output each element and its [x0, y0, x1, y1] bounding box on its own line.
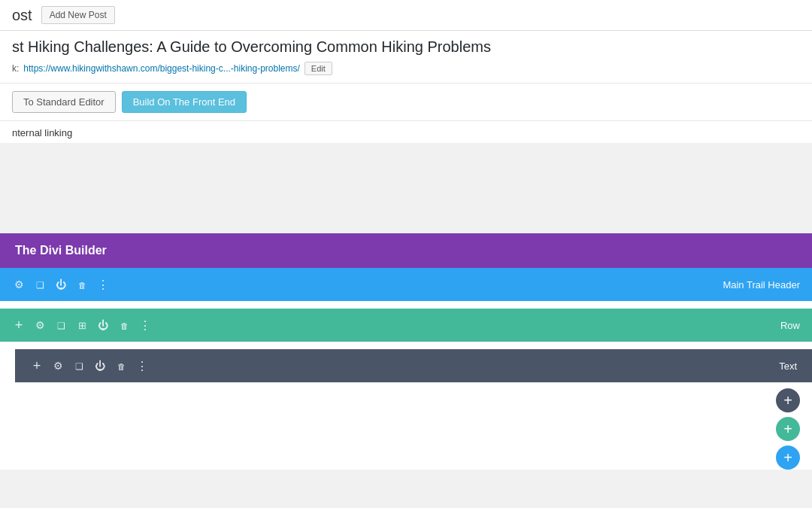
row-more-icon[interactable]	[138, 318, 152, 332]
add-buttons-area: + + +	[0, 382, 812, 470]
module-power-icon[interactable]	[93, 359, 107, 373]
row-row: Row	[0, 309, 812, 342]
row-settings-icon[interactable]	[33, 318, 47, 332]
internal-linking-label: nternal linking	[12, 127, 72, 138]
module-settings-icon[interactable]	[51, 359, 65, 373]
row-power-icon[interactable]	[96, 318, 110, 332]
section-copy-icon[interactable]	[33, 278, 47, 291]
section-settings-icon[interactable]	[12, 278, 26, 291]
post-title: st Hiking Challenges: A Guide to Overcom…	[12, 38, 800, 56]
url-row: k: https://www.hikingwithshawn.com/bigge…	[0, 59, 812, 84]
row-trash-icon[interactable]	[117, 318, 131, 332]
builder-switch-row: To Standard Editor Build On The Front En…	[0, 84, 812, 121]
row-icon-group	[12, 318, 152, 332]
build-front-end-button[interactable]: Build On The Front End	[122, 91, 247, 113]
module-row: Text	[15, 349, 812, 382]
top-bar: ost Add New Post	[0, 0, 812, 31]
row-plus-icon[interactable]	[12, 318, 26, 332]
row-columns-icon[interactable]	[75, 318, 89, 332]
add-row-button[interactable]: +	[776, 417, 800, 441]
module-more-icon[interactable]	[135, 359, 149, 373]
url-edit-button[interactable]: Edit	[304, 62, 332, 75]
section-trash-icon[interactable]	[75, 278, 89, 291]
divi-builder-title: The Divi Builder	[15, 244, 107, 257]
module-label: Text	[779, 360, 797, 372]
internal-linking-row: nternal linking	[0, 121, 812, 143]
module-icon-group	[30, 359, 149, 373]
section-label: Main Trail Header	[723, 279, 800, 291]
add-new-button[interactable]: Add New Post	[41, 6, 115, 24]
add-module-button[interactable]: +	[776, 388, 800, 412]
module-copy-icon[interactable]	[72, 359, 86, 373]
section-more-icon[interactable]	[96, 278, 110, 291]
bottom-spacer	[0, 470, 812, 500]
post-url-link[interactable]: https://www.hikingwithshawn.com/biggest-…	[23, 63, 299, 74]
row-label: Row	[780, 320, 800, 331]
builder-area: Main Trail Header Row Text + + +	[0, 268, 812, 470]
section-icon-group	[12, 278, 110, 291]
to-standard-editor-button[interactable]: To Standard Editor	[12, 91, 116, 113]
post-label: ost	[12, 7, 32, 24]
add-section-button[interactable]: +	[776, 446, 800, 470]
section-power-icon[interactable]	[54, 278, 68, 291]
section-row: Main Trail Header	[0, 268, 812, 301]
row-copy-icon[interactable]	[54, 318, 68, 332]
module-trash-icon[interactable]	[114, 359, 128, 373]
url-prefix: k:	[12, 63, 19, 74]
module-plus-icon[interactable]	[30, 359, 44, 373]
title-row: st Hiking Challenges: A Guide to Overcom…	[0, 31, 812, 59]
gray-spacer	[0, 143, 812, 233]
divi-builder-header: The Divi Builder	[0, 233, 812, 268]
